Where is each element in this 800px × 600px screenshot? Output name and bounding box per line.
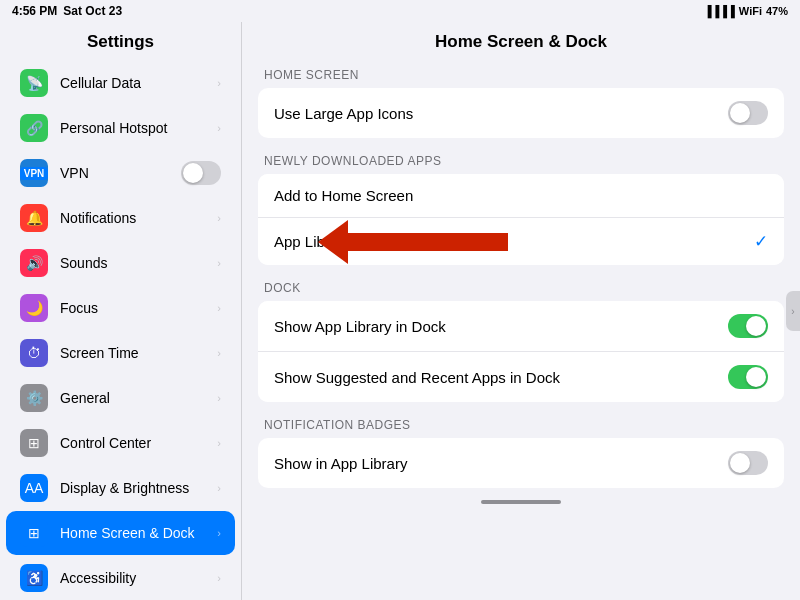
vpn-toggle[interactable] (181, 161, 221, 185)
status-left: 4:56 PM Sat Oct 23 (12, 4, 122, 18)
show-app-library-dock-toggle[interactable] (728, 314, 768, 338)
section-header-home-screen-section: HOME SCREEN (258, 68, 784, 88)
show-app-library-dock-label: Show App Library in Dock (274, 318, 446, 335)
notifications-label: Notifications (60, 210, 205, 226)
screen-time-chevron: › (217, 347, 221, 359)
home-screen-dock-chevron: › (217, 527, 221, 539)
screen-time-label: Screen Time (60, 345, 205, 361)
show-in-app-library-toggle[interactable] (728, 451, 768, 475)
show-suggested-recent-right (728, 365, 768, 389)
sidebar: Settings 📡Cellular Data›🔗Personal Hotspo… (0, 22, 242, 600)
sidebar-item-general[interactable]: ⚙️General› (6, 376, 235, 420)
section-home-screen-section: HOME SCREENUse Large App Icons (258, 68, 784, 138)
show-in-app-library-label: Show in App Library (274, 455, 407, 472)
content-area: HOME SCREENUse Large App IconsNEWLY DOWN… (242, 60, 800, 496)
section-newly-downloaded-section: NEWLY DOWNLOADED APPSAdd to Home ScreenA… (258, 154, 784, 265)
sidebar-item-personal-hotspot[interactable]: 🔗Personal Hotspot› (6, 106, 235, 150)
screen-time-icon: ⏱ (20, 339, 48, 367)
scroll-indicator (481, 500, 561, 504)
focus-icon: 🌙 (20, 294, 48, 322)
status-right: ▐▐▐▐ WiFi 47% (704, 5, 788, 17)
app-container: Settings 📡Cellular Data›🔗Personal Hotspo… (0, 22, 800, 600)
control-center-label: Control Center (60, 435, 205, 451)
settings-row-add-to-home[interactable]: Add to Home Screen (258, 174, 784, 218)
cellular-data-chevron: › (217, 77, 221, 89)
sidebar-item-home-screen-dock[interactable]: ⊞Home Screen & Dock› (6, 511, 235, 555)
general-icon: ⚙️ (20, 384, 48, 412)
home-screen-dock-label: Home Screen & Dock (60, 525, 205, 541)
notifications-icon: 🔔 (20, 204, 48, 232)
section-dock-section: DOCKShow App Library in DockShow Suggest… (258, 281, 784, 402)
time-display: 4:56 PM (12, 4, 57, 18)
control-center-chevron: › (217, 437, 221, 449)
section-header-newly-downloaded-section: NEWLY DOWNLOADED APPS (258, 154, 784, 174)
sounds-chevron: › (217, 257, 221, 269)
settings-row-show-app-library-dock[interactable]: Show App Library in Dock (258, 301, 784, 352)
sounds-label: Sounds (60, 255, 205, 271)
focus-label: Focus (60, 300, 205, 316)
show-in-app-library-right (728, 451, 768, 475)
sidebar-title: Settings (0, 22, 241, 60)
general-label: General (60, 390, 205, 406)
sidebar-item-sounds[interactable]: 🔊Sounds› (6, 241, 235, 285)
general-chevron: › (217, 392, 221, 404)
sidebar-item-accessibility[interactable]: ♿Accessibility› (6, 556, 235, 600)
right-edge-handle[interactable]: › (786, 291, 800, 331)
control-center-icon: ⊞ (20, 429, 48, 457)
sidebar-item-cellular-data[interactable]: 📡Cellular Data› (6, 61, 235, 105)
settings-group-home-screen-section: Use Large App Icons (258, 88, 784, 138)
signal-icon: ▐▐▐▐ (704, 5, 735, 17)
personal-hotspot-chevron: › (217, 122, 221, 134)
display-brightness-label: Display & Brightness (60, 480, 205, 496)
sidebar-list: 📡Cellular Data›🔗Personal Hotspot›VPNVPN🔔… (0, 60, 241, 600)
bottom-handle (242, 496, 800, 512)
accessibility-label: Accessibility (60, 570, 205, 586)
display-brightness-icon: AA (20, 474, 48, 502)
settings-group-dock-section: Show App Library in DockShow Suggested a… (258, 301, 784, 402)
personal-hotspot-label: Personal Hotspot (60, 120, 205, 136)
show-suggested-recent-toggle[interactable] (728, 365, 768, 389)
personal-hotspot-icon: 🔗 (20, 114, 48, 142)
wifi-icon: WiFi (739, 5, 762, 17)
settings-row-show-suggested-recent[interactable]: Show Suggested and Recent Apps in Dock (258, 352, 784, 402)
app-library-only-right: ✓ (754, 231, 768, 252)
section-notification-badges-section: NOTIFICATION BADGESShow in App Library (258, 418, 784, 488)
settings-row-show-in-app-library[interactable]: Show in App Library (258, 438, 784, 488)
sidebar-item-notifications[interactable]: 🔔Notifications› (6, 196, 235, 240)
display-brightness-chevron: › (217, 482, 221, 494)
status-bar: 4:56 PM Sat Oct 23 ▐▐▐▐ WiFi 47% (0, 0, 800, 22)
use-large-icons-toggle[interactable] (728, 101, 768, 125)
battery-display: 47% (766, 5, 788, 17)
app-library-only-label: App Library Only (274, 233, 386, 250)
show-app-library-dock-right (728, 314, 768, 338)
cellular-data-label: Cellular Data (60, 75, 205, 91)
section-header-dock-section: DOCK (258, 281, 784, 301)
sounds-icon: 🔊 (20, 249, 48, 277)
show-suggested-recent-label: Show Suggested and Recent Apps in Dock (274, 369, 560, 386)
accessibility-icon: ♿ (20, 564, 48, 592)
sidebar-item-focus[interactable]: 🌙Focus› (6, 286, 235, 330)
settings-row-use-large-icons[interactable]: Use Large App Icons (258, 88, 784, 138)
sidebar-item-screen-time[interactable]: ⏱Screen Time› (6, 331, 235, 375)
settings-group-notification-badges-section: Show in App Library (258, 438, 784, 488)
sidebar-item-vpn[interactable]: VPNVPN (6, 151, 235, 195)
section-header-notification-badges-section: NOTIFICATION BADGES (258, 418, 784, 438)
main-content: Home Screen & Dock HOME SCREENUse Large … (242, 22, 800, 600)
chevron-right-icon: › (791, 306, 794, 317)
use-large-icons-label: Use Large App Icons (274, 105, 413, 122)
focus-chevron: › (217, 302, 221, 314)
cellular-data-icon: 📡 (20, 69, 48, 97)
settings-row-app-library-only[interactable]: App Library Only✓ (258, 218, 784, 265)
settings-group-newly-downloaded-section: Add to Home ScreenApp Library Only✓ (258, 174, 784, 265)
notifications-chevron: › (217, 212, 221, 224)
main-header: Home Screen & Dock (242, 22, 800, 60)
vpn-label: VPN (60, 165, 169, 181)
app-library-only-checkmark: ✓ (754, 231, 768, 252)
vpn-icon: VPN (20, 159, 48, 187)
add-to-home-label: Add to Home Screen (274, 187, 413, 204)
sidebar-item-control-center[interactable]: ⊞Control Center› (6, 421, 235, 465)
sidebar-item-display-brightness[interactable]: AADisplay & Brightness› (6, 466, 235, 510)
accessibility-chevron: › (217, 572, 221, 584)
date-display: Sat Oct 23 (63, 4, 122, 18)
home-screen-dock-icon: ⊞ (20, 519, 48, 547)
